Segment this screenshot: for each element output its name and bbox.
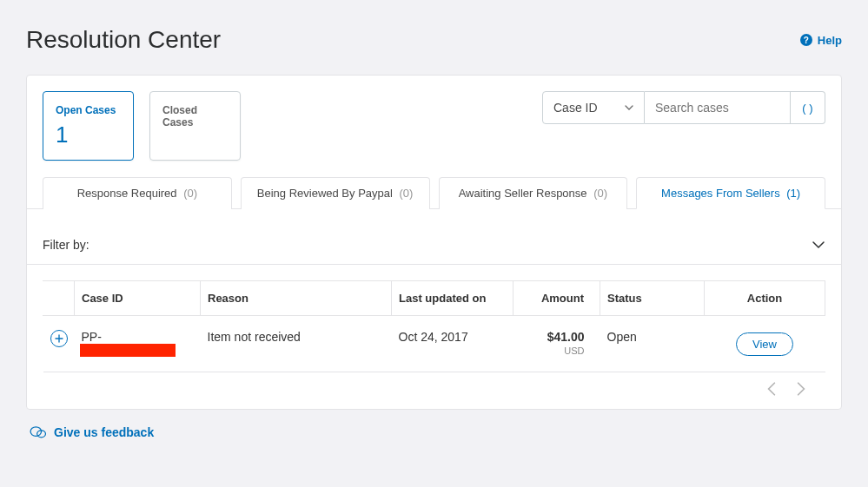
tab-label: Response Required bbox=[77, 187, 177, 200]
help-icon: ? bbox=[800, 34, 812, 46]
tab-messages-from-sellers[interactable]: Messages From Sellers (1) bbox=[636, 177, 825, 209]
cell-status: Open bbox=[600, 316, 705, 372]
closed-cases-label: Closed Cases bbox=[162, 104, 228, 128]
th-case-id: Case ID bbox=[75, 281, 201, 316]
tab-being-reviewed[interactable]: Being Reviewed By Paypal (0) bbox=[241, 177, 430, 209]
th-action: Action bbox=[705, 281, 825, 316]
page-title: Resolution Center bbox=[26, 26, 221, 54]
search-button-glyph: ( ) bbox=[802, 102, 812, 115]
help-label: Help bbox=[818, 34, 842, 47]
tab-count: (0) bbox=[400, 187, 414, 200]
closed-cases-card[interactable]: Closed Cases bbox=[149, 91, 241, 161]
feedback-label: Give us feedback bbox=[54, 425, 154, 439]
view-button[interactable]: View bbox=[736, 332, 793, 356]
tab-count: (0) bbox=[183, 187, 197, 200]
search-input[interactable] bbox=[645, 91, 791, 124]
main-panel: Open Cases 1 Closed Cases Case ID ( ) bbox=[26, 75, 842, 410]
cell-amount: $41.00 USD bbox=[514, 316, 600, 372]
open-cases-label: Open Cases bbox=[56, 104, 121, 116]
tab-count: (1) bbox=[786, 187, 800, 200]
next-page-button[interactable] bbox=[796, 381, 806, 397]
filter-chevron-icon[interactable] bbox=[812, 240, 825, 249]
feedback-icon bbox=[30, 425, 47, 439]
cases-table: Case ID Reason Last updated on Amount St… bbox=[43, 280, 825, 372]
th-last-updated: Last updated on bbox=[392, 281, 514, 316]
cell-case-id: PP- bbox=[75, 316, 201, 372]
search-button[interactable]: ( ) bbox=[791, 91, 825, 124]
amount-currency: USD bbox=[520, 346, 585, 356]
open-cases-card[interactable]: Open Cases 1 bbox=[43, 91, 134, 161]
search-type-select[interactable]: Case ID bbox=[542, 91, 645, 124]
plus-icon bbox=[55, 334, 63, 343]
tab-count: (0) bbox=[593, 187, 607, 200]
search-type-label: Case ID bbox=[553, 101, 598, 115]
tab-label: Being Reviewed By Paypal bbox=[257, 187, 393, 200]
svg-point-0 bbox=[30, 427, 41, 437]
cell-reason: Item not received bbox=[201, 316, 392, 372]
th-status: Status bbox=[600, 281, 705, 316]
feedback-link[interactable]: Give us feedback bbox=[26, 410, 842, 439]
tab-label: Awaiting Seller Response bbox=[459, 187, 587, 200]
chevron-down-icon bbox=[625, 105, 633, 110]
redacted-block bbox=[80, 344, 176, 357]
prev-page-button[interactable] bbox=[766, 381, 777, 397]
th-amount: Amount bbox=[514, 281, 600, 316]
table-row: PP- Item not received Oct 24, 2017 $41.0… bbox=[43, 316, 825, 372]
open-cases-count: 1 bbox=[56, 122, 121, 148]
th-reason: Reason bbox=[201, 281, 392, 316]
tab-response-required[interactable]: Response Required (0) bbox=[43, 177, 232, 209]
help-link[interactable]: ? Help bbox=[800, 34, 842, 47]
cell-last-updated: Oct 24, 2017 bbox=[392, 316, 514, 372]
filter-label: Filter by: bbox=[43, 238, 89, 252]
case-id-prefix: PP- bbox=[82, 330, 102, 344]
amount-value: $41.00 bbox=[520, 330, 585, 344]
tab-awaiting-seller[interactable]: Awaiting Seller Response (0) bbox=[439, 177, 628, 209]
expand-row-button[interactable] bbox=[50, 330, 68, 347]
tab-label: Messages From Sellers bbox=[661, 187, 780, 200]
